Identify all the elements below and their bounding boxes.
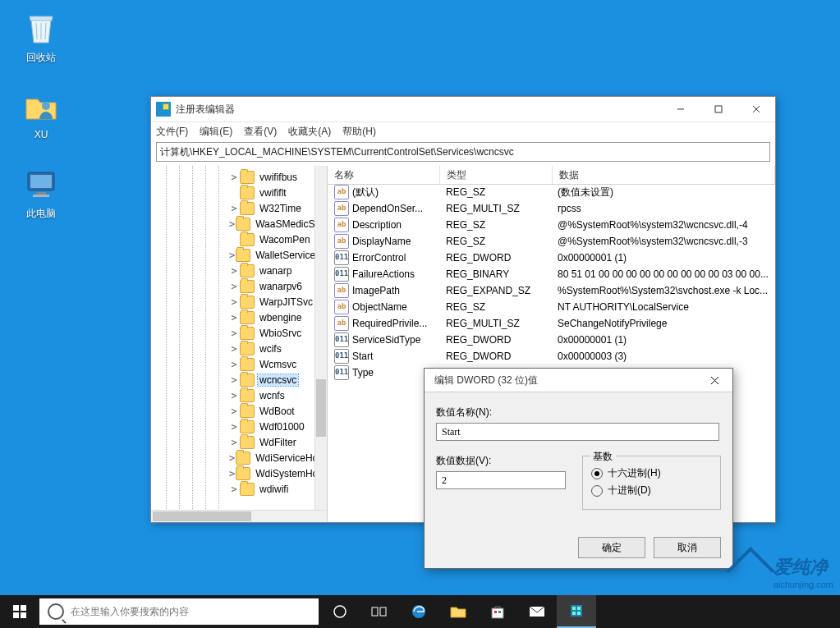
taskbar-store[interactable] [478,595,517,628]
expand-icon[interactable]: > [229,312,239,323]
tree-node[interactable]: >wcncsvc [151,372,315,387]
cortana-button[interactable] [320,595,360,628]
tree-node[interactable]: >WdFilter [151,434,315,450]
value-type-icon: 011 [334,332,349,347]
desktop-icon-this-pc[interactable]: 此电脑 [12,164,70,221]
tree-node[interactable]: >WaaSMedicSvc [151,216,315,231]
value-row[interactable]: abObjectNameREG_SZNT AUTHORITY\LocalServ… [328,299,775,315]
expand-icon[interactable] [229,234,239,245]
col-data[interactable]: 数据 [553,166,775,184]
dialog-titlebar[interactable]: 编辑 DWORD (32 位)值 [425,369,732,392]
tree-node[interactable]: >wanarp [151,263,315,278]
menu-file[interactable]: 文件(F) [156,125,188,139]
expand-icon[interactable]: > [229,390,239,401]
taskbar-regedit[interactable] [557,595,596,628]
maximize-button[interactable] [700,97,737,121]
base-legend: 基数 [590,450,616,464]
regedit-titlebar[interactable]: 注册表编辑器 [151,97,775,122]
folder-icon [240,405,255,418]
start-button[interactable] [0,595,39,628]
value-type-icon: ab [334,234,349,249]
expand-icon[interactable]: > [229,452,235,464]
tree-node[interactable]: WacomPen [151,231,315,247]
taskbar-search[interactable]: 在这里输入你要搜索的内容 [39,598,319,625]
value-row[interactable]: abDisplayNameREG_SZ@%SystemRoot%\system3… [328,233,775,250]
tree-node[interactable]: >Wcmsvc [151,356,315,372]
address-bar[interactable]: 计算机\HKEY_LOCAL_MACHINE\SYSTEM\CurrentCon… [156,142,770,162]
value-row[interactable]: 011FailureActionsREG_BINARY80 51 01 00 0… [328,266,775,282]
tree-scrollbar-h[interactable] [151,510,327,522]
taskbar-edge[interactable] [399,595,438,628]
tree-node[interactable]: >wbengine [151,309,315,325]
expand-icon[interactable]: > [229,468,235,479]
value-row[interactable]: 011ServiceSidTypeREG_DWORD0x00000001 (1) [328,332,775,348]
folder-icon [240,483,255,496]
radio-hex[interactable]: 十六进制(H) [591,466,712,480]
tree-node[interactable]: >W32Time [151,200,315,216]
folder-icon [240,186,255,199]
expand-icon[interactable]: > [229,265,239,277]
taskbar-file-explorer[interactable] [438,595,478,628]
value-type: REG_DWORD [439,351,551,362]
tree-node[interactable]: >vwififbus [151,169,315,185]
expand-icon[interactable]: > [229,203,239,214]
expand-icon[interactable]: > [229,437,239,448]
menu-edit[interactable]: 编辑(E) [200,125,232,139]
taskbar-mail[interactable] [517,595,557,628]
menu-view[interactable]: 查看(V) [244,125,277,139]
value-data-field[interactable]: 2 [436,471,566,489]
tree-node[interactable]: >WdBoot [151,403,315,419]
tree-node[interactable]: >WbioSrvc [151,325,315,341]
ok-button[interactable]: 确定 [578,537,645,558]
menu-help[interactable]: 帮助(H) [342,125,376,139]
desktop-icon-recycle-bin[interactable]: 回收站 [12,8,70,65]
value-row[interactable]: abDescriptionREG_SZ@%SystemRoot%\system3… [328,217,775,233]
expand-icon[interactable]: > [229,374,239,386]
value-row[interactable]: 011ErrorControlREG_DWORD0x00000001 (1) [328,250,775,266]
tree-node[interactable]: >wdiwifi [151,481,315,497]
value-name-field[interactable]: Start [436,423,719,441]
cancel-button[interactable]: 取消 [654,537,721,558]
tree-node[interactable]: >WalletService [151,247,315,263]
value-row[interactable]: 011StartREG_DWORD0x00000003 (3) [328,348,775,364]
expand-icon[interactable]: > [229,218,235,230]
value-row[interactable]: abImagePathREG_EXPAND_SZ%SystemRoot%\Sys… [328,282,775,299]
tree-node[interactable]: >wcifs [151,341,315,356]
minimize-button[interactable] [662,97,700,121]
expand-icon[interactable]: > [229,359,239,370]
expand-icon[interactable]: > [229,172,239,183]
expand-icon[interactable]: > [229,421,239,433]
expand-icon[interactable]: > [229,281,239,292]
expand-icon[interactable] [229,187,239,199]
col-type[interactable]: 类型 [440,166,553,184]
value-type: REG_DWORD [439,334,551,346]
value-row[interactable]: ab(默认)REG_SZ(数值未设置) [328,184,775,200]
dialog-close-button[interactable] [696,369,732,392]
expand-icon[interactable]: > [229,296,239,308]
svg-point-0 [42,102,50,110]
tree-scrollbar-v[interactable] [314,166,327,511]
tree-node[interactable]: >WarpJITSvc [151,294,315,309]
close-button[interactable] [737,97,775,121]
tree-node[interactable]: vwififlt [151,185,315,200]
tree-node[interactable]: >Wdf01000 [151,419,315,434]
tree-node[interactable]: >wcnfs [151,387,315,403]
tree-node[interactable]: >WdiServiceHost [151,450,315,465]
expand-icon[interactable]: > [229,250,235,261]
tree-node[interactable]: >wanarpv6 [151,278,315,294]
col-name[interactable]: 名称 [328,166,440,184]
menu-favorites[interactable]: 收藏夹(A) [288,125,331,139]
desktop-icon-user-folder[interactable]: XU [12,86,70,140]
tree-node[interactable]: >WdiSystemHost [151,465,315,481]
tree-node-label: wbengine [258,312,303,323]
expand-icon[interactable]: > [229,484,239,495]
folder-icon [240,358,255,371]
expand-icon[interactable]: > [229,343,239,355]
expand-icon[interactable]: > [229,328,239,339]
radio-dec[interactable]: 十进制(D) [591,484,712,497]
expand-icon[interactable]: > [229,406,239,417]
value-row[interactable]: abRequiredPrivile...REG_MULTI_SZSeChange… [328,315,775,332]
task-view-button[interactable] [360,595,399,628]
tree-node-label: wdiwifi [258,484,290,495]
value-row[interactable]: abDependOnSer...REG_MULTI_SZrpcss [328,200,775,217]
